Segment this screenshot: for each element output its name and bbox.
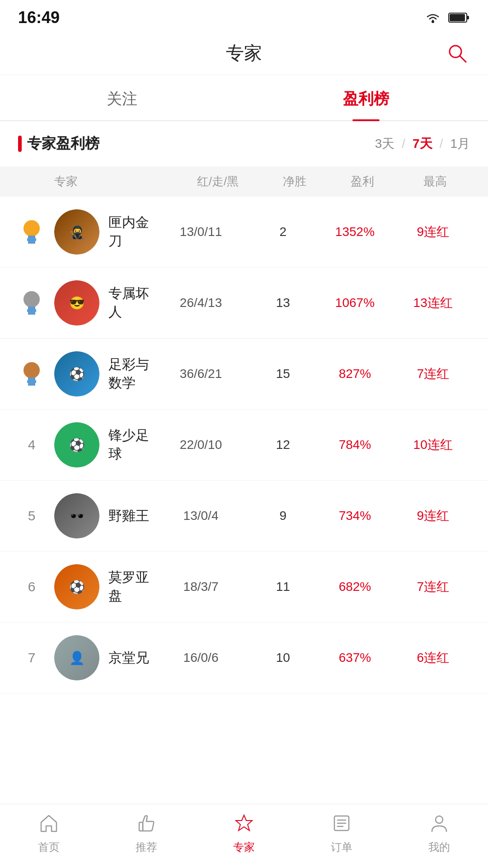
- svg-point-10: [23, 291, 40, 307]
- table-row[interactable]: 6 ⚽ 莫罗亚盘 18/3/7 11 682% 7连红: [0, 552, 488, 623]
- expert-profit: 734%: [314, 509, 396, 523]
- content-area: 专家盈利榜 3天 / 7天 / 1月 专家 红/走/黑 净胜 盈利 最高: [0, 121, 488, 766]
- table-row[interactable]: 4 ⚽ 锋少足球 22/0/10 12 784% 10连红: [0, 410, 488, 481]
- filter-sep-2: /: [440, 137, 443, 151]
- rank-col: [18, 290, 45, 316]
- expert-profit: 682%: [314, 580, 396, 594]
- col-header-best: 最高: [401, 174, 470, 189]
- tab-bar: 关注 盈利榜: [0, 75, 488, 121]
- expert-net-win: 9: [252, 509, 314, 523]
- svg-point-24: [436, 816, 443, 823]
- expert-profit: 784%: [314, 438, 396, 452]
- svg-rect-13: [28, 312, 35, 315]
- col-header-expert: 专家: [18, 174, 170, 189]
- rank-col: 7: [18, 650, 45, 665]
- filter-1month[interactable]: 1月: [450, 135, 470, 152]
- nav-label-recommend: 推荐: [136, 840, 157, 854]
- star-icon: [234, 813, 254, 836]
- expert-name: 莫罗亚盘: [108, 568, 150, 605]
- svg-rect-3: [450, 14, 465, 21]
- filter-sep-1: /: [402, 137, 405, 151]
- svg-rect-7: [28, 236, 35, 238]
- rank-number: 5: [28, 508, 36, 524]
- table-header: 专家 红/走/黑 净胜 盈利 最高: [0, 166, 488, 197]
- home-icon: [39, 813, 59, 836]
- col-header-record: 红/走/黑: [170, 174, 266, 189]
- table-row[interactable]: 7 👤 京堂兄 16/0/6 10 637% 6连红: [0, 623, 488, 693]
- svg-rect-9: [28, 241, 35, 244]
- status-bar: 16:49: [0, 0, 488, 32]
- expert-avatar: ⚽: [54, 564, 99, 609]
- table-row[interactable]: 5 🕶️ 野雞王 13/0/4 9 734% 9连红: [0, 481, 488, 552]
- nav-item-order[interactable]: 订单: [305, 813, 378, 854]
- expert-avatar: 👤: [54, 635, 99, 680]
- expert-profit: 637%: [314, 651, 396, 665]
- expert-net-win: 12: [252, 438, 314, 452]
- nav-label-home: 首页: [38, 840, 60, 854]
- expert-name: 匣内金刀: [108, 213, 150, 250]
- status-icons: [425, 11, 470, 24]
- expert-record: 22/0/10: [150, 438, 252, 452]
- svg-rect-18: [139, 822, 143, 831]
- table-row[interactable]: ⚽ 足彩与数学 36/6/21 15 827% 7连红: [0, 339, 488, 410]
- table-row[interactable]: 🥷 匣内金刀 13/0/11 2 1352% 9连红: [0, 197, 488, 268]
- svg-rect-16: [27, 380, 36, 383]
- expert-name: 专属坏人: [108, 284, 150, 321]
- svg-point-6: [23, 220, 40, 236]
- expert-net-win: 10: [252, 651, 314, 665]
- expert-avatar: 🥷: [54, 209, 99, 255]
- expert-name: 京堂兄: [108, 649, 150, 667]
- nav-label-expert: 专家: [233, 840, 255, 854]
- section-title: 专家盈利榜: [18, 134, 99, 154]
- expert-best: 9连红: [396, 223, 470, 241]
- table-row[interactable]: 😎 专属坏人 26/4/13 13 1067% 13连红: [0, 268, 488, 339]
- expert-record: 26/4/13: [150, 296, 252, 310]
- svg-rect-12: [27, 309, 36, 312]
- filter-7days[interactable]: 7天: [413, 135, 432, 152]
- bottom-nav: 首页 推荐 专家 订单: [0, 804, 488, 868]
- expert-profit: 1067%: [314, 296, 396, 310]
- svg-rect-15: [28, 377, 35, 380]
- expert-record: 16/0/6: [150, 651, 252, 665]
- svg-rect-2: [467, 16, 469, 19]
- expert-best: 7连红: [396, 578, 470, 595]
- col-header-net-win: 净胜: [266, 174, 324, 189]
- filter-3days[interactable]: 3天: [375, 135, 395, 152]
- rank-col: 5: [18, 508, 45, 524]
- expert-profit: 827%: [314, 367, 396, 381]
- user-icon: [429, 813, 449, 836]
- tab-follow[interactable]: 关注: [0, 75, 244, 120]
- nav-item-mine[interactable]: 我的: [403, 813, 475, 854]
- nav-item-recommend[interactable]: 推荐: [110, 813, 183, 854]
- wifi-icon: [425, 11, 441, 24]
- expert-best: 13连红: [396, 294, 470, 311]
- tab-profit[interactable]: 盈利榜: [244, 75, 488, 120]
- section-header: 专家盈利榜 3天 / 7天 / 1月: [0, 121, 488, 166]
- rank-col: 6: [18, 579, 45, 594]
- rank-number: 6: [28, 579, 36, 594]
- nav-item-expert[interactable]: 专家: [208, 813, 280, 854]
- expert-net-win: 11: [252, 580, 314, 594]
- list-icon: [332, 813, 352, 836]
- nav-item-home[interactable]: 首页: [13, 813, 85, 854]
- expert-best: 10连红: [396, 436, 470, 453]
- expert-avatar: 😎: [54, 280, 99, 326]
- battery-icon: [448, 11, 470, 24]
- rank-number: 4: [28, 437, 36, 453]
- page-title: 专家: [226, 41, 262, 66]
- svg-marker-19: [236, 815, 252, 830]
- search-button[interactable]: [445, 41, 470, 66]
- expert-best: 6连红: [396, 649, 470, 666]
- svg-point-0: [432, 20, 434, 23]
- col-header-profit: 盈利: [324, 174, 400, 189]
- svg-rect-17: [28, 383, 35, 386]
- rank-col: [18, 361, 45, 387]
- expert-name: 野雞王: [108, 507, 150, 525]
- expert-name: 锋少足球: [108, 426, 150, 463]
- thumb-icon: [136, 813, 156, 836]
- rank-col: 4: [18, 437, 45, 453]
- expert-profit: 1352%: [314, 225, 396, 239]
- svg-rect-11: [28, 307, 35, 309]
- expert-net-win: 13: [252, 296, 314, 310]
- expert-record: 18/3/7: [150, 580, 252, 594]
